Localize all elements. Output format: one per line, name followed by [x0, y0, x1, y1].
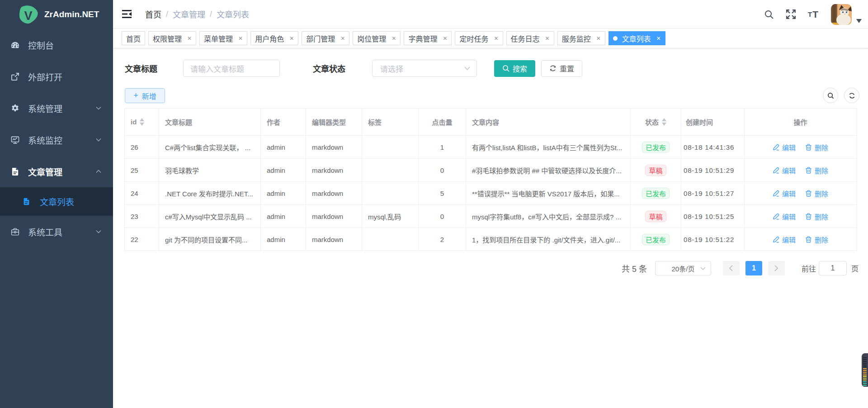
svg-text:V: V	[24, 9, 32, 23]
